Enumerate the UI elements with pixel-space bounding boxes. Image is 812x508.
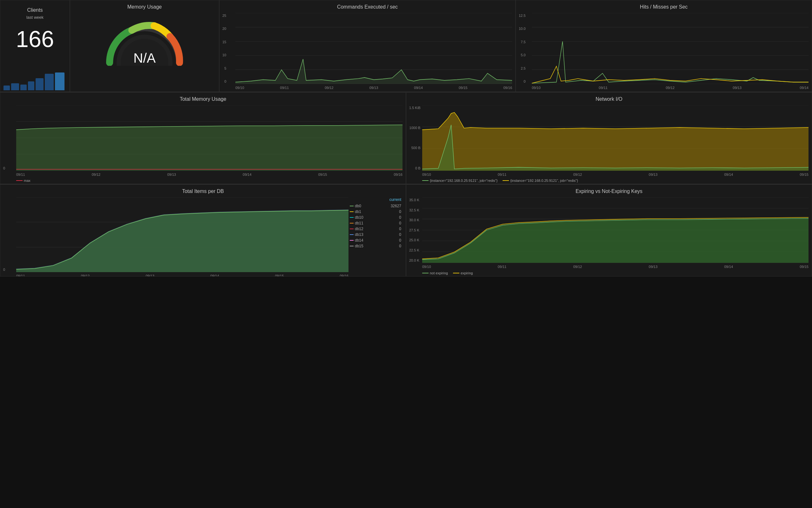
expiring-keys-x-axis: 09/10 09/11 09/12 09/13 09/14 09/15 [406,264,812,270]
clients-title: Clients [27,3,43,15]
total-items-svg [16,198,348,272]
legend-max-label: max [24,179,31,182]
db-table-header: current [348,198,402,202]
expiring-keys-y-axis: 35.0 K 32.5 K 30.0 K 27.5 K 25.0 K 22.5 … [408,198,421,263]
svg-marker-41 [422,218,809,263]
clients-bar-item [20,85,27,90]
dashboard: Clients last week 166 Memory Usage [0,0,812,508]
db12-color [350,228,353,229]
db-row-db1: db1 0 [348,209,402,215]
db0-color [350,206,353,206]
commands-x-axis: 09/10 09/11 09/12 09/13 09/14 09/15 09/1… [220,85,515,92]
legend-expiring-line [453,273,459,273]
db13-value: 0 [399,232,401,237]
row-2: Total Memory Usage 0 [0,92,812,184]
db-row-db14: db14 0 [348,238,402,243]
db13-color [350,234,353,235]
commands-y-axis: 25 20 15 10 5 0 [221,13,228,84]
total-items-y-axis: 0 [2,198,6,272]
clients-panel: Clients last week 166 [0,0,70,92]
row-3: Total Items per DB 0 [0,184,812,277]
legend-expiring-label: expiring [461,271,473,275]
network-io-chart: 1.5 KiB 1000 B 500 B 0 B [422,105,809,171]
hits-misses-panel: Hits / Misses per Sec 12.5 10.0 7.5 5.0 … [516,0,812,92]
total-items-chart: 0 current [16,198,348,272]
legend-not-expiring: not expiring [422,271,448,275]
db-row-db11: db11 0 [348,220,402,226]
db-row-db13: db13 0 [348,232,402,238]
total-memory-svg [16,105,402,171]
clients-subtitle: last week [27,15,44,20]
clients-bar-item [28,81,34,90]
db13-name: db13 [355,232,364,237]
db-row-db12: db12 0 [348,226,402,232]
db1-name: db1 [355,210,361,214]
total-memory-chart: 0 [16,105,402,171]
db15-color [350,246,353,246]
total-memory-y-axis: 0 [2,105,6,171]
db1-value: 0 [399,210,401,214]
legend-not-expiring-label: not expiring [430,271,448,275]
legend-network-green-line [422,180,429,181]
db0-name: db0 [355,204,361,208]
svg-marker-20 [16,125,402,171]
commands-svg [235,13,512,84]
clients-bar-item [11,83,19,90]
legend-network-yellow: {instance="192.168.0.25:9121", job="redi… [503,179,578,182]
total-memory-x-axis: 09/11 09/12 09/13 09/14 09/15 09/16 [0,172,406,177]
db0-value: 32627 [391,204,401,208]
db10-name: db10 [355,215,364,220]
db-row-db15: db15 0 [348,243,402,249]
db10-value: 0 [399,215,401,220]
memory-value: N/A [133,50,156,66]
hits-misses-title: Hits / Misses per Sec [516,0,812,12]
legend-network-yellow-label: {instance="192.168.0.25:9121", job="redi… [510,179,578,182]
db-table-col-label: current [389,198,401,202]
commands-title: Commands Executed / sec [220,0,515,12]
network-io-svg [422,105,809,171]
network-io-legend: {instance="192.168.0.25:9121", job="redi… [406,177,812,184]
clients-bar-item [45,74,54,90]
expiring-keys-legend: not expiring expiring [406,270,812,276]
db12-value: 0 [399,227,401,231]
db11-color [350,223,353,223]
expiring-keys-svg [422,198,809,263]
legend-max: max [16,179,31,182]
legend-not-expiring-line [422,273,429,273]
row-1: Clients last week 166 Memory Usage [0,0,812,92]
svg-marker-8 [235,59,512,84]
memory-gauge: N/A [100,15,189,66]
svg-marker-33 [16,210,348,272]
legend-network-green: {instance="192.168.0.25:9121", job="redi… [422,179,497,182]
db11-name: db11 [355,221,364,225]
hits-misses-svg [532,13,809,84]
db11-value: 0 [399,221,401,225]
total-memory-title: Total Memory Usage [0,92,406,104]
network-io-x-axis: 09/10 09/11 09/12 09/13 09/14 09/15 [406,172,812,177]
total-items-panel: Total Items per DB 0 [0,184,406,277]
db-row-db0: db0 32627 [348,203,402,209]
db-table: current db0 32627 db1 [348,198,402,263]
network-io-title: Network I/O [406,92,812,104]
total-memory-legend: max [0,177,406,184]
legend-network-yellow-line [503,180,509,181]
clients-bar-item [3,86,10,90]
clients-bar-item [36,78,44,90]
db14-name: db14 [355,238,364,243]
svg-marker-26 [422,113,809,171]
expiring-keys-chart: 35.0 K 32.5 K 30.0 K 27.5 K 25.0 K 22.5 … [422,198,809,263]
commands-panel: Commands Executed / sec 25 20 15 10 5 0 [219,0,516,92]
memory-panel: Memory Usage [70,0,219,92]
db10-color [350,217,353,218]
db15-name: db15 [355,244,364,248]
legend-expiring: expiring [453,271,473,275]
clients-value: 166 [16,26,54,52]
db1-color [350,211,353,212]
db12-name: db12 [355,227,364,231]
total-items-title: Total Items per DB [0,185,406,196]
network-io-y-axis: 1.5 KiB 1000 B 500 B 0 B [408,105,422,171]
expiring-keys-title: Expiring vs Not-Expiring Keys [406,185,812,196]
total-memory-panel: Total Memory Usage 0 [0,92,406,184]
db14-value: 0 [399,238,401,243]
hits-misses-chart: 12.5 10.0 7.5 5.0 2.5 0 [532,13,809,84]
